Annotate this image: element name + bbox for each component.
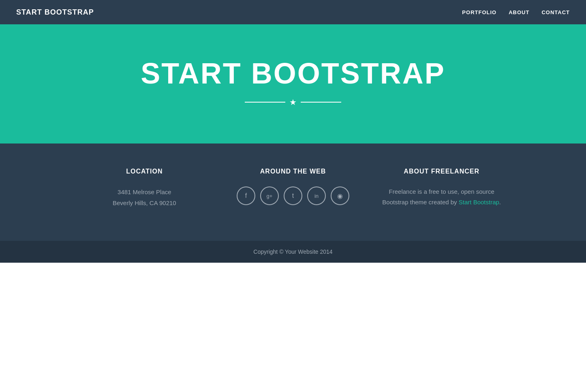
- nav-item-about[interactable]: ABOUT: [509, 9, 529, 16]
- social-icon-twitter[interactable]: t: [284, 186, 302, 205]
- white-area: [0, 263, 586, 380]
- social-icon-facebook[interactable]: f: [237, 186, 255, 205]
- footer-columns: LOCATION 3481 Melrose Place Beverly Hill…: [70, 168, 516, 225]
- social-icon-googleplus[interactable]: g+: [260, 186, 279, 205]
- dribbble-icon: ◉: [337, 192, 343, 200]
- about-link[interactable]: Start Bootstrap: [459, 199, 499, 206]
- nav-link-contact[interactable]: CONTACT: [541, 9, 570, 15]
- about-text: Freelance is a free to use, open source …: [375, 186, 508, 207]
- footer-copyright-bar: Copyright © Your Website 2014: [0, 241, 586, 263]
- footer-about-col: ABOUT FREELANCER Freelance is a free to …: [367, 168, 516, 207]
- footer-main: LOCATION 3481 Melrose Place Beverly Hill…: [0, 144, 586, 241]
- about-text-after: .: [499, 199, 501, 206]
- nav-brand: START BOOTSTRAP: [16, 8, 94, 17]
- hero-section: START BOOTSTRAP ★: [0, 24, 586, 144]
- divider-line-left: [245, 102, 285, 103]
- star-icon: ★: [289, 97, 297, 107]
- nav-link-portfolio[interactable]: PORTFOLIO: [462, 9, 496, 15]
- nav-item-portfolio[interactable]: PORTFOLIO: [462, 9, 496, 16]
- social-icon-linkedin[interactable]: in: [307, 186, 326, 205]
- twitter-letter: t: [292, 192, 294, 199]
- nav-links: PORTFOLIO ABOUT CONTACT: [462, 9, 570, 16]
- hero-title: START BOOTSTRAP: [141, 57, 445, 90]
- footer-location-col: LOCATION 3481 Melrose Place Beverly Hill…: [70, 168, 219, 208]
- nav-link-about[interactable]: ABOUT: [509, 9, 529, 15]
- location-address: 3481 Melrose Place Beverly Hills, CA 902…: [78, 186, 211, 208]
- copyright-text: Copyright © Your Website 2014: [253, 248, 332, 255]
- googleplus-letter: g+: [267, 193, 273, 199]
- location-line1: 3481 Melrose Place: [118, 189, 171, 195]
- navbar: START BOOTSTRAP PORTFOLIO ABOUT CONTACT: [0, 0, 586, 24]
- footer-social-col: AROUND THE WEB f g+ t in ◉: [219, 168, 368, 205]
- about-title: ABOUT FREELANCER: [375, 168, 508, 175]
- social-icons: f g+ t in ◉: [227, 186, 359, 205]
- nav-item-contact[interactable]: CONTACT: [541, 9, 570, 16]
- divider-line-right: [301, 102, 341, 103]
- location-title: LOCATION: [78, 168, 211, 175]
- linkedin-letter: in: [314, 193, 319, 199]
- social-icon-dribbble[interactable]: ◉: [331, 186, 349, 205]
- location-line2: Beverly Hills, CA 90210: [113, 199, 176, 206]
- hero-divider: ★: [245, 97, 341, 107]
- facebook-letter: f: [245, 192, 247, 199]
- around-web-title: AROUND THE WEB: [227, 168, 359, 175]
